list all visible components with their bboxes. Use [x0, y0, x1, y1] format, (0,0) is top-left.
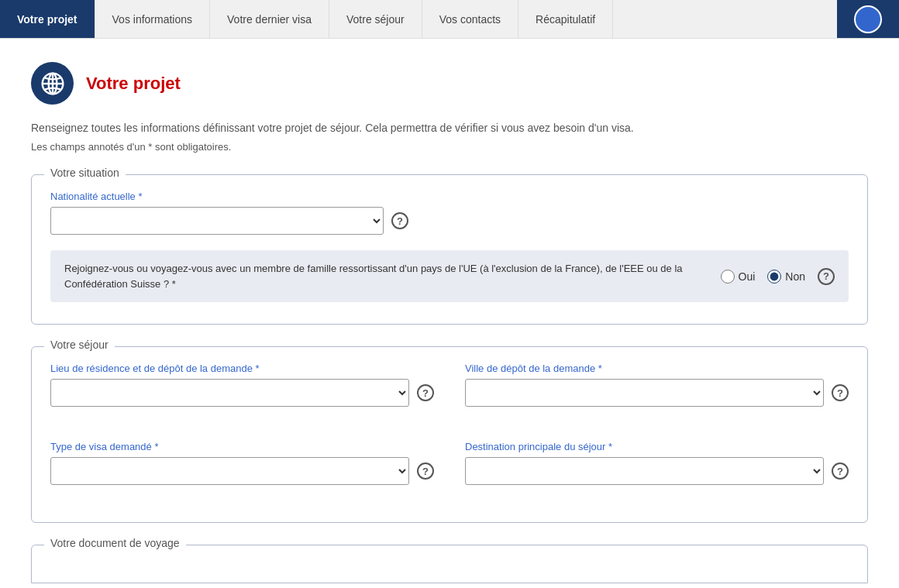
globe-icon	[40, 71, 65, 96]
situation-legend: Votre situation	[44, 167, 126, 179]
nav-item-recapitulatif[interactable]: Récapitulatif	[518, 0, 613, 38]
nav-item-vos-contacts[interactable]: Vos contacts	[422, 0, 518, 38]
voyage-legend: Votre document de voyage	[44, 537, 186, 549]
avatar[interactable]	[854, 5, 882, 33]
ville-row: ?	[465, 379, 849, 407]
type-visa-select[interactable]	[50, 457, 409, 485]
page-header: Votre projet	[31, 62, 868, 105]
sejour-legend: Votre séjour	[44, 339, 115, 351]
lieu-row: ?	[50, 379, 434, 407]
nav-item-votre-projet[interactable]: Votre projet	[0, 0, 95, 38]
sejour-fields-grid: Lieu de résidence et de dépôt de la dema…	[50, 363, 849, 500]
lieu-field-group: Lieu de résidence et de dépôt de la dema…	[50, 363, 434, 407]
nav-item-votre-sejour[interactable]: Votre séjour	[329, 0, 422, 38]
lieu-help-icon[interactable]: ?	[417, 384, 434, 401]
page-description: Renseignez toutes les informations défin…	[31, 120, 868, 136]
navigation-bar: Votre projet Vos informations Votre dern…	[0, 0, 899, 39]
ville-label: Ville de dépôt de la demande *	[465, 363, 849, 374]
type-visa-help-icon[interactable]: ?	[417, 462, 434, 480]
nav-item-votre-dernier-visa[interactable]: Votre dernier visa	[210, 0, 329, 38]
page-title: Votre projet	[86, 74, 181, 94]
non-label: Non	[785, 270, 805, 283]
type-visa-row: ?	[50, 457, 434, 485]
nav-item-vos-informations[interactable]: Vos informations	[95, 0, 211, 38]
sejour-section: Votre séjour Lieu de résidence et de dép…	[31, 346, 868, 523]
family-member-question-text: Rejoignez-vous ou voyagez-vous avec un m…	[64, 261, 711, 291]
oui-radio[interactable]	[721, 270, 735, 284]
globe-icon-circle	[31, 62, 74, 105]
type-visa-field-group: Type de visa demandé * ?	[50, 441, 434, 485]
radio-options: Oui Non ?	[721, 268, 835, 285]
ville-select[interactable]	[465, 379, 824, 407]
required-note: Les champs annotés d'un * sont obligatoi…	[31, 141, 868, 153]
destination-label: Destination principale du séjour *	[465, 441, 849, 452]
lieu-label: Lieu de résidence et de dépôt de la dema…	[50, 363, 434, 374]
main-content: Votre projet Renseignez toutes les infor…	[0, 39, 899, 588]
non-radio[interactable]	[767, 270, 781, 284]
situation-section: Votre situation Nationalité actuelle * ?…	[31, 174, 868, 325]
nationalite-help-icon[interactable]: ?	[391, 212, 408, 229]
ville-help-icon[interactable]: ?	[832, 384, 849, 401]
destination-row: ?	[465, 457, 849, 485]
oui-option[interactable]: Oui	[721, 270, 756, 284]
nationalite-row: ?	[50, 207, 849, 235]
destination-help-icon[interactable]: ?	[832, 462, 849, 480]
ville-field-group: Ville de dépôt de la demande * ?	[465, 363, 849, 407]
type-visa-label: Type de visa demandé *	[50, 441, 434, 452]
voyage-section: Votre document de voyage	[31, 545, 868, 583]
destination-field-group: Destination principale du séjour * ?	[465, 441, 849, 485]
user-avatar-container	[837, 0, 899, 38]
destination-select[interactable]	[465, 457, 824, 485]
family-member-question-row: Rejoignez-vous ou voyagez-vous avec un m…	[50, 250, 849, 302]
nationalite-select[interactable]	[50, 207, 384, 235]
nationalite-label: Nationalité actuelle *	[50, 191, 849, 202]
lieu-select[interactable]	[50, 379, 409, 407]
non-option[interactable]: Non	[767, 270, 805, 284]
oui-label: Oui	[739, 270, 756, 283]
nationalite-field-group: Nationalité actuelle * ?	[50, 191, 849, 235]
family-member-help-icon[interactable]: ?	[818, 268, 835, 285]
